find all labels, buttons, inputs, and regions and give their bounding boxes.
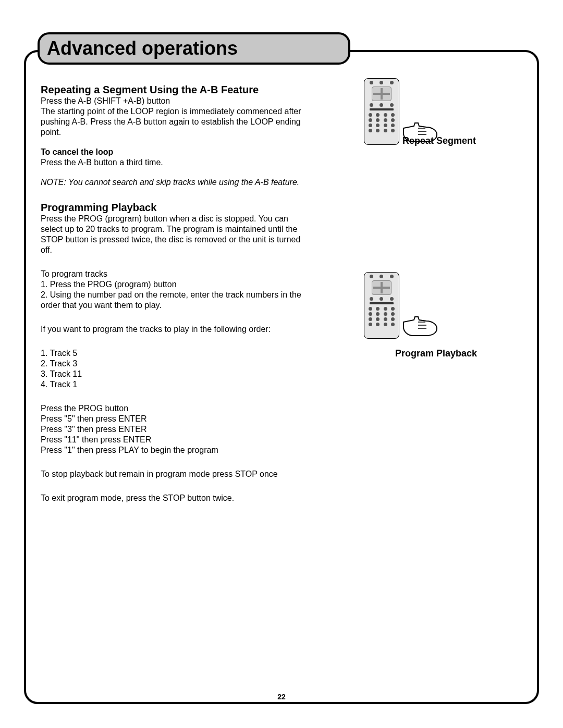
remote-icon: [364, 78, 399, 145]
prog-intro: Press the PROG (program) button when a d…: [41, 214, 301, 255]
order-2: 2. Track 3: [41, 359, 301, 369]
section-title: Advanced operations: [47, 38, 238, 59]
content-area: Repeating a Segment Using the A-B Featur…: [41, 83, 522, 686]
heading-repeat-segment: Repeating a Segment Using the A-B Featur…: [41, 83, 301, 96]
cancel-loop-text: Press the A-B button a third time.: [41, 157, 301, 168]
order-4: 4. Track 1: [41, 379, 301, 390]
order-1: 1. Track 5: [41, 348, 301, 359]
manual-page: Advanced operations Repeating a Segment …: [0, 0, 563, 728]
press-2: Press "5" then press ENTER: [41, 414, 301, 424]
press-4: Press "11" then press ENTER: [41, 435, 301, 445]
order-3: 3. Track 11: [41, 369, 301, 379]
ab-instruction-1: Press the A-B (SHIFT +A-B) button: [41, 96, 301, 106]
remote-illustration-repeat: [364, 78, 439, 145]
remote-illustration-program: [364, 272, 439, 339]
remote-icon: [364, 272, 399, 339]
pointing-hand-icon: [402, 313, 439, 339]
caption-program-playback: Program Playback: [395, 348, 477, 359]
press-3: Press "3" then press ENTER: [41, 424, 301, 435]
caption-repeat-segment: Repeat Segment: [402, 135, 476, 146]
heading-programming-playback: Programming Playback: [41, 201, 301, 214]
stop-twice: To exit program mode, press the STOP but…: [41, 493, 301, 503]
section-header-tab: Advanced operations: [38, 32, 350, 65]
prog-steps-intro: To program tracks: [41, 269, 301, 279]
press-1: Press the PROG button: [41, 403, 301, 414]
cancel-loop-heading: To cancel the loop: [41, 147, 301, 157]
page-number: 22: [0, 693, 563, 701]
stop-once: To stop playback but remain in program m…: [41, 469, 301, 479]
ab-instruction-2: The starting point of the LOOP region is…: [41, 106, 301, 138]
illustration-column: Repeat Segment: [301, 83, 522, 686]
prog-step-1: 1. Press the PROG (program) button: [41, 279, 301, 290]
press-5: Press "1" then press PLAY to begin the p…: [41, 445, 301, 455]
ab-note: NOTE: You cannot search and skip tracks …: [41, 177, 301, 188]
text-column: Repeating a Segment Using the A-B Featur…: [41, 83, 301, 686]
prog-step-2: 2. Using the number pad on the remote, e…: [41, 290, 301, 311]
prog-order-intro: If you want to program the tracks to pla…: [41, 324, 301, 335]
